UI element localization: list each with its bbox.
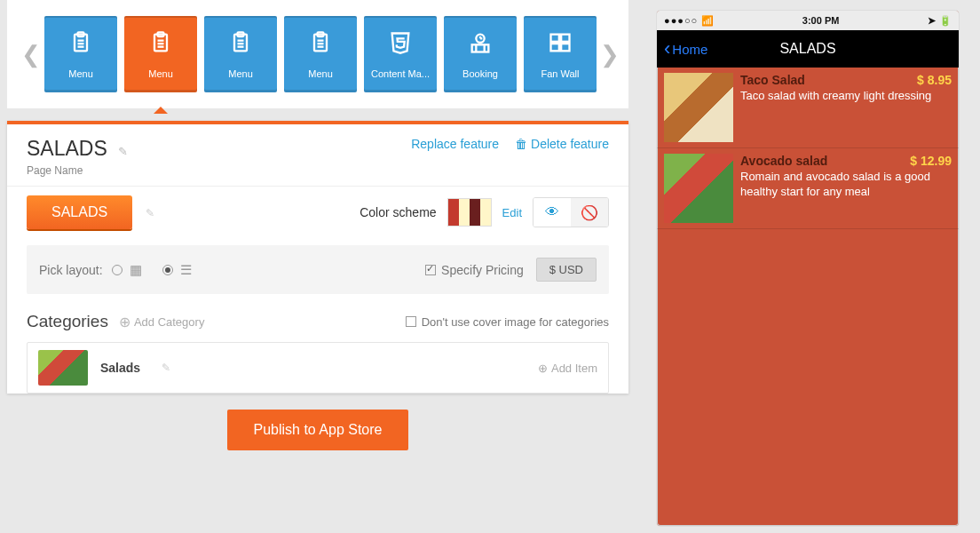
phone-time: 3:00 PM: [802, 15, 840, 26]
item-thumbnail: [664, 73, 733, 142]
feature-tile-4[interactable]: Content Ma...: [364, 16, 437, 92]
booking-icon: [468, 30, 493, 61]
edit-colors-link[interactable]: Edit: [502, 206, 522, 219]
feature-tiles: MenuMenuMenuMenuContent Ma...BookingFan …: [44, 16, 597, 92]
feature-tile-1[interactable]: Menu: [124, 16, 197, 92]
tile-label: Menu: [308, 68, 333, 79]
layout-list-radio[interactable]: [162, 265, 173, 275]
trash-icon: 🗑: [515, 137, 527, 151]
currency-select[interactable]: $ USD: [536, 258, 597, 282]
page-subtitle: Page Name: [27, 164, 128, 177]
edit-title-icon[interactable]: ✎: [118, 145, 128, 158]
item-price: $ 8.95: [917, 73, 952, 87]
svg-rect-23: [472, 44, 489, 52]
color-swatch: [459, 199, 470, 226]
color-swatch: [448, 199, 459, 226]
edit-button-icon[interactable]: ✎: [146, 207, 154, 219]
specify-pricing-label: Specify Pricing: [441, 263, 524, 277]
feature-tile-0[interactable]: Menu: [44, 16, 117, 92]
tile-label: Content Ma...: [371, 68, 430, 79]
category-row: Salads ✎ ⊕ Add Item: [27, 342, 609, 394]
specify-pricing-checkbox[interactable]: Specify Pricing: [425, 263, 524, 277]
clipboard-icon: [308, 30, 333, 61]
checkbox-icon: [406, 316, 416, 327]
visibility-off-button[interactable]: 🚫: [571, 198, 608, 227]
clipboard-icon: [68, 30, 93, 61]
visibility-on-button[interactable]: 👁: [533, 198, 571, 227]
page-name-button[interactable]: SALADS: [27, 195, 132, 229]
phone-statusbar: ●●●○○ 📶 3:00 PM ➤ 🔋: [657, 11, 959, 30]
item-name: Avocado salad: [740, 154, 827, 168]
signal-icon: ●●●○○: [664, 15, 698, 26]
phone-navbar: ‹ Home SALADS: [657, 30, 959, 68]
plus-circle-icon: ⊕: [538, 362, 548, 375]
color-scheme-label: Color scheme: [360, 205, 436, 219]
add-item-button[interactable]: ⊕ Add Item: [538, 362, 597, 375]
plus-circle-icon: ⊕: [119, 314, 130, 330]
edit-category-icon[interactable]: ✎: [162, 362, 170, 374]
clipboard-icon: [228, 30, 253, 61]
svg-rect-29: [561, 44, 569, 51]
feature-tile-3[interactable]: Menu: [284, 16, 357, 92]
phone-back-button[interactable]: ‹ Home: [657, 37, 707, 60]
menu-item[interactable]: Avocado salad$ 12.99Romain and avocado s…: [657, 148, 959, 229]
tile-label: Fan Wall: [541, 68, 580, 79]
feature-tile-2[interactable]: Menu: [204, 16, 277, 92]
page-title-text: SALADS: [27, 137, 107, 160]
pick-layout-label: Pick layout:: [39, 263, 103, 277]
menu-item[interactable]: Taco Salad$ 8.95Taco salad with creamy l…: [657, 68, 959, 148]
feature-tile-6[interactable]: Fan Wall: [524, 16, 597, 92]
publish-button[interactable]: Publish to App Store: [227, 410, 409, 450]
feature-tile-5[interactable]: Booking: [444, 16, 517, 92]
tile-label: Menu: [68, 68, 93, 79]
category-thumbnail[interactable]: [38, 350, 88, 386]
svg-rect-27: [561, 34, 569, 41]
color-swatch: [470, 199, 480, 226]
battery-icon: 🔋: [939, 15, 952, 27]
checkbox-icon: [425, 265, 436, 275]
item-thumbnail: [664, 154, 733, 223]
add-category-button[interactable]: ⊕ Add Category: [119, 314, 205, 330]
item-price: $ 12.99: [910, 154, 952, 168]
prev-arrow[interactable]: ❮: [18, 41, 44, 68]
next-arrow[interactable]: ❯: [597, 41, 623, 68]
item-name: Taco Salad: [740, 73, 805, 87]
wifi-icon: 📶: [701, 15, 714, 27]
eye-icon: 👁: [545, 204, 559, 220]
svg-rect-26: [551, 34, 559, 41]
cover-image-label: Don't use cover image for categories: [422, 315, 609, 329]
cover-image-checkbox[interactable]: Don't use cover image for categories: [406, 315, 609, 329]
grid-icon: ▦: [130, 262, 142, 278]
eye-off-icon: 🚫: [581, 204, 598, 221]
color-swatches[interactable]: [447, 198, 492, 227]
page-title: SALADS ✎: [27, 137, 128, 161]
tile-label: Menu: [228, 68, 253, 79]
delete-feature-link[interactable]: 🗑 Delete feature: [515, 137, 609, 151]
fanwall-icon: [548, 30, 573, 61]
phone-preview: ●●●○○ 📶 3:00 PM ➤ 🔋 ‹ Home SALADS Taco S…: [657, 11, 959, 526]
item-description: Taco salad with creamy light dressing: [740, 89, 952, 104]
replace-feature-link[interactable]: Replace feature: [411, 137, 499, 151]
clipboard-icon: [148, 30, 173, 61]
tile-label: Booking: [462, 68, 498, 79]
location-icon: ➤: [928, 15, 936, 27]
category-name: Salads: [100, 361, 140, 375]
color-swatch: [480, 199, 491, 226]
list-icon: ☰: [180, 262, 192, 278]
tile-label: Menu: [148, 68, 173, 79]
layout-grid-radio[interactable]: [112, 265, 122, 275]
svg-rect-28: [551, 44, 559, 51]
chevron-left-icon: ‹: [664, 37, 670, 60]
categories-heading: Categories: [27, 312, 108, 331]
html5-icon: [388, 30, 413, 61]
item-description: Romain and avocado salad is a good healt…: [740, 170, 952, 200]
